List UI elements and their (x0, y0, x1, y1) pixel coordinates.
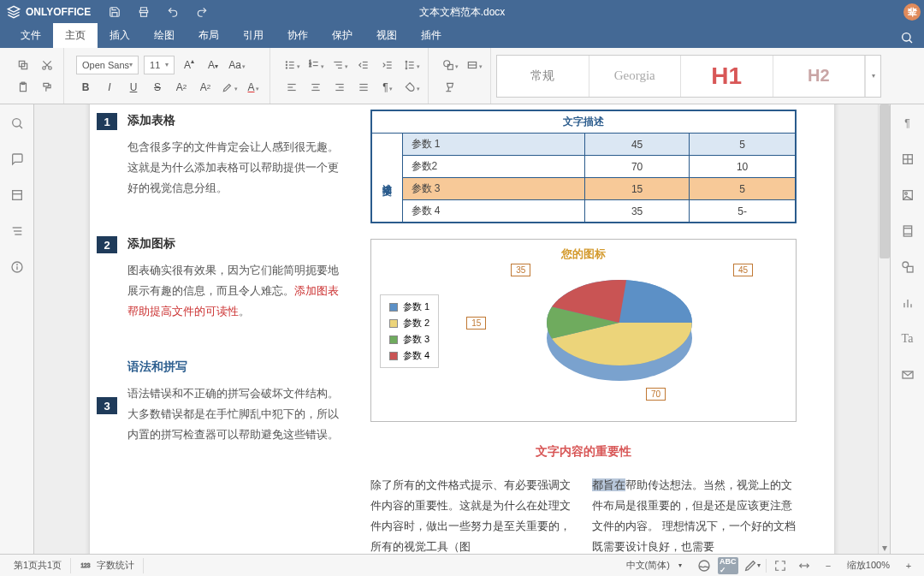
comments-panel-icon[interactable] (9, 151, 26, 168)
svg-point-45 (443, 60, 449, 66)
undo-button[interactable] (166, 5, 180, 19)
indent-increase-button[interactable] (378, 56, 397, 74)
paragraph-settings-icon[interactable]: ¶ (899, 115, 916, 132)
shading-button[interactable]: ▾ (402, 78, 421, 97)
highlight-color-button[interactable]: ▾ (220, 78, 239, 97)
zoom-out-button[interactable]: − (818, 557, 838, 574)
navigation-panel-icon[interactable] (9, 223, 26, 240)
style-h1[interactable]: H1 (681, 56, 773, 97)
section-text: 图表确实很有效果，因为它们能简明扼要地展示有趣的信息，而且令人难忘。添加图表帮助… (127, 260, 341, 322)
style-gallery-dropdown[interactable]: ▾ (865, 56, 880, 97)
tab-plugins[interactable]: 插件 (409, 23, 453, 48)
table-settings-icon[interactable] (899, 151, 916, 168)
language-select[interactable]: 中文(简体)▾ (618, 558, 690, 573)
headings-panel-icon[interactable] (9, 187, 26, 204)
font-family-select[interactable]: Open Sans▾ (76, 56, 139, 74)
scrollbar-down-arrow[interactable]: ▾ (879, 542, 890, 554)
svg-point-65 (904, 193, 907, 195)
svg-text:123: 123 (81, 562, 91, 568)
tab-references[interactable]: 引用 (231, 23, 275, 48)
search-panel-icon[interactable] (9, 115, 26, 132)
app-logo: ONLYOFFICE (3, 5, 91, 19)
style-h2[interactable]: H2 (773, 56, 866, 97)
legend-label: 参数 2 (403, 317, 429, 330)
tab-file[interactable]: 文件 (9, 23, 53, 48)
document-workspace[interactable]: 1 添加表格 包含很多字的文件肯定会让人感到很无趣。这就是为什么添加表格可以帮助… (34, 104, 890, 554)
ribbon-group-paragraph: ▾ 12▾ ▾ ▾ ¶▾ ▾ (275, 48, 429, 104)
chart-settings-icon[interactable] (899, 294, 916, 312)
underline-button[interactable]: U (124, 78, 143, 97)
strike-button[interactable]: S (148, 78, 167, 97)
paste-button[interactable] (14, 78, 33, 97)
align-center-button[interactable] (306, 78, 325, 97)
font-color-button[interactable]: A▾ (244, 78, 263, 97)
save-button[interactable] (108, 5, 121, 19)
svg-point-76 (699, 561, 709, 571)
tab-collab[interactable]: 协作 (275, 23, 320, 48)
nonprinting-button[interactable]: ¶▾ (378, 78, 397, 97)
align-left-button[interactable] (282, 78, 301, 97)
fit-width-button[interactable] (794, 557, 814, 574)
vertical-scrollbar[interactable]: ▾ (878, 104, 890, 554)
font-size-select[interactable]: 11▾ (144, 56, 175, 74)
cut-button[interactable] (38, 56, 56, 74)
fit-page-button[interactable] (770, 557, 791, 574)
ribbon-toolbar: Open Sans▾ 11▾ A▴ A▾ Aa▾ B I U S A2 A2 ▾… (0, 48, 924, 104)
header-footer-settings-icon[interactable] (899, 223, 916, 240)
bullets-button[interactable]: ▾ (282, 56, 301, 74)
spellcheck-toggle[interactable] (694, 557, 714, 574)
tab-insert[interactable]: 插入 (98, 23, 142, 48)
style-normal[interactable]: 常规 (497, 56, 589, 97)
text-art-settings-icon[interactable]: Ta (899, 330, 916, 347)
insert-field-button[interactable]: ▾ (465, 56, 483, 74)
tab-protect[interactable]: 保护 (320, 23, 364, 48)
multilevel-button[interactable]: ▾ (330, 56, 349, 74)
zoom-in-button[interactable]: + (898, 557, 919, 574)
chart-data-label: 70 (646, 388, 666, 401)
redo-button[interactable] (195, 5, 209, 19)
change-case-button[interactable]: Aa▾ (228, 56, 246, 74)
page-indicator[interactable]: 第1页共1页 (5, 558, 71, 573)
wordcount-button[interactable]: 123 字数统计 (71, 558, 144, 573)
svg-rect-53 (12, 191, 21, 200)
tab-draw[interactable]: 绘图 (142, 23, 187, 48)
copy-button[interactable] (14, 56, 33, 74)
two-column-paragraph: 除了所有的文件格式提示、有必要强调文件内容的重要性。这就是为什么在处理文件内容时… (370, 475, 797, 554)
doc-right-column: 文字描述 述描字文 参数 1 45 5 参数2 70 10 (370, 106, 797, 554)
insert-shape-button[interactable]: ▾ (441, 56, 459, 74)
spellcheck-button[interactable]: ABC✓ (718, 557, 738, 574)
svg-point-13 (286, 67, 287, 68)
increase-font-button[interactable]: A▴ (180, 56, 198, 74)
tab-layout[interactable]: 布局 (187, 23, 231, 48)
tab-home[interactable]: 主页 (53, 23, 98, 48)
indent-decrease-button[interactable] (354, 56, 373, 74)
search-tab-icon[interactable] (897, 27, 917, 48)
shape-settings-icon[interactable] (899, 258, 916, 276)
superscript-button[interactable]: A2 (172, 78, 191, 97)
decrease-font-button[interactable]: A▾ (204, 56, 222, 74)
align-right-button[interactable] (330, 78, 349, 97)
scrollbar-thumb[interactable] (880, 104, 890, 258)
image-settings-icon[interactable] (899, 187, 916, 204)
style-georgia[interactable]: Georgia (589, 56, 682, 97)
mail-merge-settings-icon[interactable] (899, 366, 916, 383)
format-painter-button[interactable] (38, 78, 56, 97)
subscript-button[interactable]: A2 (196, 78, 215, 97)
align-justify-button[interactable] (354, 78, 373, 97)
user-avatar[interactable]: 辈 (903, 3, 921, 21)
track-changes-button[interactable]: ▾ (742, 557, 762, 574)
zoom-level[interactable]: 缩放100% (842, 559, 895, 572)
bold-button[interactable]: B (76, 78, 95, 97)
italic-button[interactable]: I (100, 78, 119, 97)
clear-format-button[interactable] (441, 78, 459, 97)
svg-text:2: 2 (309, 63, 311, 68)
info-panel-icon[interactable] (9, 258, 26, 276)
legend-label: 参数 3 (403, 333, 429, 346)
table-cell: 35 (584, 200, 689, 223)
tab-view[interactable]: 视图 (364, 23, 409, 48)
doc-section-3: 语法和拼写 3 语法错误和不正确的拼写会破坏文件结构。大多数错误都是在手忙脚乱中… (127, 359, 341, 445)
numbering-button[interactable]: 12▾ (306, 56, 325, 74)
print-button[interactable] (137, 5, 151, 19)
title-bar: ONLYOFFICE 文本文档范本.docx 辈 (0, 0, 924, 24)
line-spacing-button[interactable]: ▾ (402, 56, 421, 74)
